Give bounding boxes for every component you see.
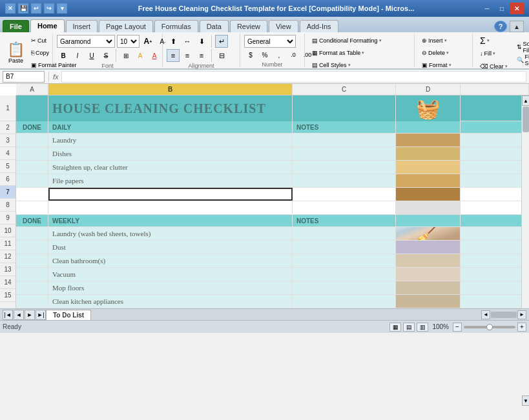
format-as-table-button[interactable]: ▦ Format as Table ▾: [309, 47, 385, 59]
cell-a11[interactable]: [16, 241, 48, 254]
cell-b2[interactable]: DAILY: [48, 121, 293, 133]
font-family-dropdown[interactable]: Garamond: [57, 35, 115, 48]
row-num-5[interactable]: 5: [0, 160, 16, 173]
scroll-up-button[interactable]: ▲: [522, 95, 529, 106]
row-num-2[interactable]: 2: [0, 121, 16, 134]
cell-d9[interactable]: [396, 215, 461, 226]
italic-button[interactable]: I: [71, 50, 84, 61]
page-break-view-button[interactable]: ▥: [417, 323, 428, 332]
cell-c9[interactable]: NOTES: [293, 215, 396, 226]
cell-b7[interactable]: [48, 188, 293, 201]
delete-cells-button[interactable]: ⊖ Delete ▾: [419, 47, 455, 59]
row-num-8[interactable]: 8: [0, 199, 16, 212]
cell-d5[interactable]: [396, 161, 461, 174]
merge-button[interactable]: ⊟: [215, 49, 228, 62]
col-header-c[interactable]: C: [293, 84, 396, 95]
zoom-slider-thumb[interactable]: [486, 324, 493, 330]
cell-a8[interactable]: [16, 201, 48, 214]
h-scroll-right[interactable]: ►: [517, 310, 526, 319]
ribbon-collapse[interactable]: ▲: [510, 21, 524, 32]
cell-a14[interactable]: [16, 281, 48, 294]
cell-c8[interactable]: [293, 201, 396, 214]
bold-button[interactable]: B: [57, 50, 70, 61]
cell-a10[interactable]: [16, 227, 48, 240]
cell-b11[interactable]: Dust: [48, 241, 293, 254]
row-num-9[interactable]: 9: [0, 212, 16, 225]
scroll-thumb[interactable]: [523, 106, 529, 132]
col-header-a[interactable]: A: [16, 84, 48, 95]
view-buttons[interactable]: ▦ ▤ ▥: [389, 323, 428, 332]
cell-d7[interactable]: [396, 188, 461, 201]
row-num-6[interactable]: 6: [0, 173, 16, 186]
cell-c12[interactable]: [293, 254, 396, 267]
fill-button[interactable]: ↓ Fill ▾: [477, 48, 511, 59]
sheet-nav-last[interactable]: ►|: [36, 310, 46, 320]
tab-file[interactable]: File: [3, 20, 29, 32]
autosum-button[interactable]: Σ ▾: [477, 35, 511, 46]
tab-review[interactable]: Review: [230, 20, 267, 32]
cell-c4[interactable]: [293, 147, 396, 160]
align-left-button[interactable]: ≡: [167, 49, 180, 62]
find-select-button[interactable]: 🔍 Find &Select ▾: [513, 54, 529, 66]
zoom-in-button[interactable]: +: [517, 323, 526, 332]
cell-a7[interactable]: [16, 188, 48, 201]
cell-b4[interactable]: Dishes: [48, 147, 293, 160]
title-bar-icons[interactable]: ✕ 💾 ↩ ↪ ▾: [5, 3, 67, 14]
cell-b5[interactable]: Straighten up, clear clutter: [48, 161, 293, 174]
cell-a2[interactable]: DONE: [16, 121, 48, 133]
cell-c3[interactable]: [293, 134, 396, 146]
row-num-7[interactable]: 7: [0, 186, 16, 199]
row-num-3[interactable]: 3: [0, 134, 16, 147]
zoom-out-button[interactable]: −: [453, 323, 462, 332]
cell-d14[interactable]: [396, 281, 461, 294]
cell-a15[interactable]: [16, 295, 48, 308]
font-color-button[interactable]: A: [148, 50, 161, 61]
cell-b9[interactable]: WEEKLY: [48, 215, 293, 226]
redo-icon[interactable]: ↪: [44, 3, 54, 14]
page-layout-view-button[interactable]: ▤: [403, 323, 415, 332]
cell-c5[interactable]: [293, 161, 396, 174]
conditional-formatting-button[interactable]: ▤ Conditional Formatting ▾: [309, 35, 385, 46]
cell-b13[interactable]: Vacuum: [48, 268, 293, 281]
cell-c6[interactable]: [293, 174, 396, 187]
cell-c1[interactable]: [293, 95, 396, 121]
cell-c10[interactable]: [293, 227, 396, 240]
help-button[interactable]: ?: [494, 21, 507, 32]
cell-b15[interactable]: Clean kitchen appliances: [48, 295, 293, 308]
minimize-button[interactable]: ─: [480, 3, 494, 14]
cell-d12[interactable]: [396, 254, 461, 267]
align-center-button[interactable]: ≡: [181, 49, 194, 62]
font-size-dropdown[interactable]: 10: [117, 35, 140, 48]
zoom-controls[interactable]: − +: [453, 323, 526, 332]
zoom-slider[interactable]: [464, 326, 515, 328]
insert-cells-button[interactable]: ⊕ Insert ▾: [419, 35, 455, 46]
sort-filter-button[interactable]: ⇅ Sort &Filter ▾: [513, 41, 529, 53]
comma-button[interactable]: ,: [273, 49, 285, 61]
cell-b12[interactable]: Clean bathroom(s): [48, 254, 293, 267]
quick-access-dropdown[interactable]: ▾: [57, 3, 67, 14]
cell-a4[interactable]: [16, 147, 48, 160]
cell-c13[interactable]: [293, 268, 396, 281]
cell-b3[interactable]: Laundry: [48, 134, 293, 146]
save-icon[interactable]: 💾: [18, 3, 28, 14]
sheet-nav-first[interactable]: |◄: [3, 310, 13, 320]
h-scroll-left[interactable]: ◄: [481, 310, 490, 319]
name-box[interactable]: [3, 71, 45, 83]
tab-home[interactable]: Home: [30, 19, 65, 32]
col-header-b[interactable]: B: [48, 84, 293, 95]
decimal-increase-button[interactable]: .0: [287, 49, 300, 61]
wrap-text-button[interactable]: ↵: [215, 35, 228, 48]
paste-button[interactable]: 📋 Paste: [5, 40, 26, 66]
undo-icon[interactable]: ↩: [31, 3, 41, 14]
sheet-nav-prev[interactable]: ◄: [14, 310, 24, 320]
cell-d4[interactable]: [396, 147, 461, 160]
cell-c7[interactable]: [293, 188, 396, 201]
cell-d13[interactable]: [396, 268, 461, 281]
cell-c11[interactable]: [293, 241, 396, 254]
align-middle-button[interactable]: ↔: [181, 35, 194, 48]
cell-styles-button[interactable]: ▤ Cell Styles ▾: [309, 59, 385, 71]
percent-button[interactable]: %: [258, 49, 271, 61]
cell-d6[interactable]: [396, 174, 461, 187]
cell-a13[interactable]: [16, 268, 48, 281]
border-button[interactable]: ⊞: [119, 50, 132, 61]
